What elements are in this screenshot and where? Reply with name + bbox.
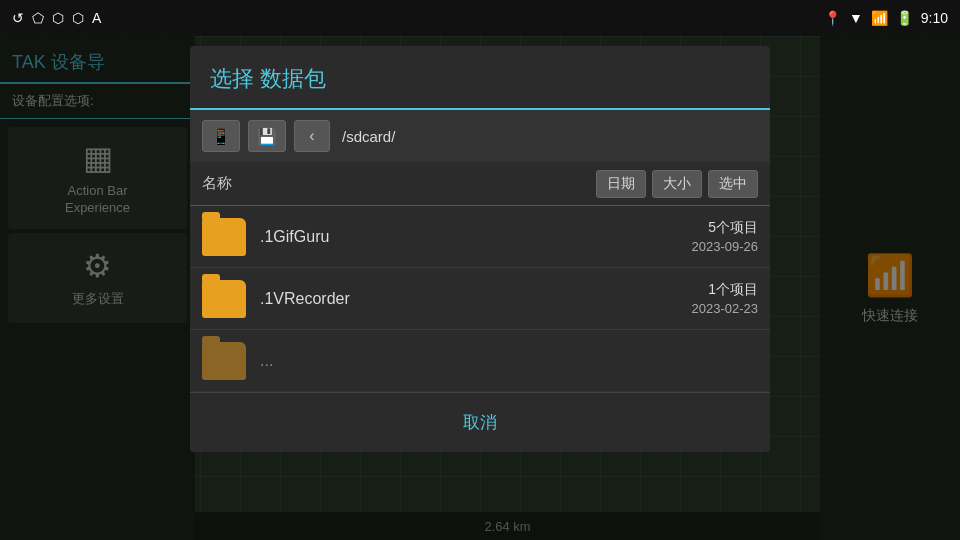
file-date: 2023-09-26 bbox=[692, 239, 759, 254]
file-row[interactable]: ... bbox=[190, 330, 770, 392]
signal-icon: 📶 bbox=[871, 10, 888, 26]
file-count: 5个项目 bbox=[692, 219, 759, 237]
folder-icon bbox=[202, 342, 246, 380]
sdcard-icon-button[interactable]: 💾 bbox=[248, 120, 286, 152]
size-sort-button[interactable]: 大小 bbox=[652, 170, 702, 198]
file-row[interactable]: .1VRecorder 1个项目 2023-02-23 bbox=[190, 268, 770, 330]
path-bar: 📱 💾 ‹ /sdcard/ bbox=[190, 110, 770, 162]
location-icon: 📍 bbox=[824, 10, 841, 26]
file-meta: 5个项目 2023-09-26 bbox=[692, 219, 759, 254]
select-button[interactable]: 选中 bbox=[708, 170, 758, 198]
current-path: /sdcard/ bbox=[342, 128, 395, 145]
battery-icon: 🔋 bbox=[896, 10, 913, 26]
status-bar: ↺ ⬠ ⬡ ⬡ A 📍 ▼ 📶 🔋 9:10 bbox=[0, 0, 960, 36]
device-icon-button[interactable]: 📱 bbox=[202, 120, 240, 152]
file-meta: 1个项目 2023-02-23 bbox=[692, 281, 759, 316]
file-picker-dialog: 选择 数据包 📱 💾 ‹ /sdcard/ 名称 日期 大小 选中 .1GifG… bbox=[190, 46, 770, 452]
status-bar-left: ↺ ⬠ ⬡ ⬡ A bbox=[12, 10, 101, 26]
table-header: 名称 日期 大小 选中 bbox=[190, 162, 770, 206]
file-count: 1个项目 bbox=[692, 281, 759, 299]
status-bar-right: 📍 ▼ 📶 🔋 9:10 bbox=[824, 10, 948, 26]
refresh-icon: ↺ bbox=[12, 10, 24, 26]
name-label: 名称 bbox=[202, 174, 232, 191]
cancel-button[interactable]: 取消 bbox=[433, 405, 527, 440]
name-column-header: 名称 bbox=[202, 174, 590, 193]
dialog-footer: 取消 bbox=[190, 392, 770, 452]
file-date: 2023-02-23 bbox=[692, 301, 759, 316]
text-icon: A bbox=[92, 10, 101, 26]
back-button[interactable]: ‹ bbox=[294, 120, 330, 152]
file-list: .1GifGuru 5个项目 2023-09-26 .1VRecorder 1个… bbox=[190, 206, 770, 392]
file-name: .1GifGuru bbox=[260, 228, 692, 246]
shape-icon-3: ⬡ bbox=[72, 10, 84, 26]
file-name: ... bbox=[260, 352, 758, 370]
dialog-title: 选择 数据包 bbox=[190, 46, 770, 110]
file-row[interactable]: .1GifGuru 5个项目 2023-09-26 bbox=[190, 206, 770, 268]
date-sort-button[interactable]: 日期 bbox=[596, 170, 646, 198]
shape-icon-2: ⬡ bbox=[52, 10, 64, 26]
clock: 9:10 bbox=[921, 10, 948, 26]
folder-icon bbox=[202, 280, 246, 318]
modal-overlay: 选择 数据包 📱 💾 ‹ /sdcard/ 名称 日期 大小 选中 .1GifG… bbox=[0, 0, 960, 540]
folder-icon bbox=[202, 218, 246, 256]
file-name: .1VRecorder bbox=[260, 290, 692, 308]
shape-icon-1: ⬠ bbox=[32, 10, 44, 26]
wifi-icon: ▼ bbox=[849, 10, 863, 26]
